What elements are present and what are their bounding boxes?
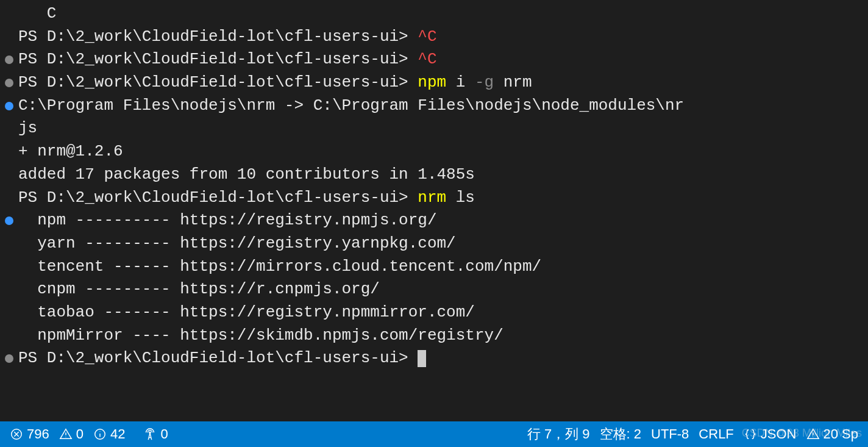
info-count: 42 [110, 424, 125, 444]
grey-marker-icon [5, 79, 13, 87]
terminal-line: npm ---------- https://registry.npmjs.or… [0, 209, 868, 232]
error-count: 796 [27, 424, 49, 444]
gutter [0, 347, 18, 370]
line-content: tencent ------ https://mirrors.cloud.ten… [18, 256, 868, 279]
status-right-warning[interactable]: 20 Sp [802, 421, 864, 447]
gutter [0, 163, 18, 187]
text-segment: PS D:\2_work\CloudField-lot\cfl-users-ui… [18, 188, 418, 207]
gutter [0, 187, 18, 210]
text-segment: ^C [418, 27, 436, 46]
line-content: taobao ------- https://registry.npmmirro… [18, 301, 868, 324]
warning-icon [59, 427, 73, 441]
line-content: cnpm --------- https://r.cnpmjs.org/ [18, 278, 868, 301]
status-port[interactable]: 0 [138, 421, 173, 447]
port-count: 0 [160, 424, 168, 444]
status-language[interactable]: JSON [739, 421, 802, 447]
text-segment: nrm [494, 73, 532, 91]
svg-point-8 [149, 432, 151, 433]
text-segment: ^C [418, 50, 436, 68]
gutter [0, 140, 18, 163]
terminal-line: cnpm --------- https://r.cnpmjs.org/ [0, 278, 868, 301]
svg-line-10 [150, 433, 152, 440]
text-segment: PS D:\2_work\CloudField-lot\cfl-users-ui… [18, 27, 418, 46]
terminal-line: tencent ------ https://mirrors.cloud.ten… [0, 256, 868, 279]
terminal-output[interactable]: CPS D:\2_work\CloudField-lot\cfl-users-u… [0, 0, 868, 421]
status-indent[interactable]: 空格: 2 [595, 421, 646, 447]
info-icon [93, 427, 107, 441]
terminal-line: added 17 packages from 10 contributors i… [0, 163, 868, 187]
text-segment: PS D:\2_work\CloudField-lot\cfl-users-ui… [18, 73, 418, 91]
status-infos[interactable]: 42 [88, 421, 130, 447]
gutter [0, 209, 18, 232]
text-segment: nrm [418, 188, 446, 207]
text-segment: + nrm@1.2.6 [18, 142, 123, 160]
json-icon [744, 427, 757, 441]
gutter [0, 71, 18, 95]
status-encoding[interactable]: UTF-8 [646, 421, 694, 447]
gutter [0, 2, 18, 26]
terminal-line: npmMirror ---- https://skimdb.npmjs.com/… [0, 324, 868, 348]
warning-count: 0 [76, 424, 84, 444]
line-content: PS D:\2_work\CloudField-lot\cfl-users-ui… [18, 347, 868, 370]
grey-marker-icon [5, 55, 13, 64]
status-cursor-position[interactable]: 行 7，列 9 [522, 421, 595, 447]
line-content: C:\Program Files\nodejs\nrm -> C:\Progra… [18, 95, 868, 118]
text-segment: taobao ------- https://registry.npmmirro… [18, 303, 475, 321]
error-icon [10, 427, 23, 441]
terminal-line: yarn --------- https://registry.yarnpkg.… [0, 232, 868, 256]
gutter [0, 26, 18, 49]
terminal-line: PS D:\2_work\CloudField-lot\cfl-users-ui… [0, 71, 868, 95]
blue-marker-icon [5, 216, 13, 225]
text-segment: i [446, 73, 475, 91]
gutter [0, 95, 18, 118]
line-content: PS D:\2_work\CloudField-lot\cfl-users-ui… [18, 71, 868, 95]
status-bar: 796 0 42 0 行 7，列 9 空格: 2 UTF-8 CRLF JSON… [0, 421, 868, 447]
line-content: yarn --------- https://registry.yarnpkg.… [18, 232, 868, 256]
status-eol[interactable]: CRLF [694, 421, 738, 447]
radio-tower-icon [143, 427, 157, 441]
terminal-line: PS D:\2_work\CloudField-lot\cfl-users-ui… [0, 48, 868, 71]
gutter [0, 301, 18, 324]
warning-icon [806, 427, 820, 441]
text-segment: js [18, 119, 37, 137]
line-content: added 17 packages from 10 contributors i… [18, 163, 868, 187]
text-segment: C:\Program Files\nodejs\nrm -> C:\Progra… [18, 96, 684, 115]
gutter [0, 324, 18, 348]
gutter [0, 232, 18, 256]
line-content: PS D:\2_work\CloudField-lot\cfl-users-ui… [18, 187, 868, 210]
line-content: npm ---------- https://registry.npmjs.or… [18, 209, 868, 232]
text-segment: ls [446, 188, 475, 207]
text-segment: tencent ------ https://mirrors.cloud.ten… [18, 257, 541, 276]
text-segment: C [18, 4, 56, 23]
text-segment: npm [418, 73, 446, 91]
terminal-line: PS D:\2_work\CloudField-lot\cfl-users-ui… [0, 187, 868, 210]
text-segment: added 17 packages from 10 contributors i… [18, 165, 475, 184]
line-content: npmMirror ---- https://skimdb.npmjs.com/… [18, 324, 868, 348]
line-content: + nrm@1.2.6 [18, 140, 868, 163]
line-content: PS D:\2_work\CloudField-lot\cfl-users-ui… [18, 26, 868, 49]
status-warnings[interactable]: 0 [54, 421, 88, 447]
terminal-line: js [0, 117, 868, 140]
blue-marker-icon [5, 102, 13, 110]
terminal-line: C:\Program Files\nodejs\nrm -> C:\Progra… [0, 95, 868, 118]
terminal-line: PS D:\2_work\CloudField-lot\cfl-users-ui… [0, 347, 868, 370]
terminal-line: taobao ------- https://registry.npmmirro… [0, 301, 868, 324]
terminal-line: PS D:\2_work\CloudField-lot\cfl-users-ui… [0, 26, 868, 49]
text-segment: cnpm --------- https://r.cnpmjs.org/ [18, 280, 380, 298]
terminal-line: + nrm@1.2.6 [0, 140, 868, 163]
status-errors[interactable]: 796 [5, 421, 54, 447]
text-segment: npm ---------- https://registry.npmjs.or… [18, 211, 437, 229]
svg-line-9 [149, 433, 151, 440]
terminal-cursor [418, 350, 426, 368]
terminal-line: C [0, 2, 868, 26]
gutter [0, 48, 18, 71]
gutter [0, 278, 18, 301]
text-segment: yarn --------- https://registry.yarnpkg.… [18, 234, 456, 252]
text-segment: -g [475, 73, 494, 91]
gutter [0, 117, 18, 140]
grey-marker-icon [5, 354, 13, 363]
gutter [0, 256, 18, 279]
text-segment: PS D:\2_work\CloudField-lot\cfl-users-ui… [18, 50, 418, 68]
text-segment: npmMirror ---- https://skimdb.npmjs.com/… [18, 326, 503, 345]
line-content: PS D:\2_work\CloudField-lot\cfl-users-ui… [18, 48, 868, 71]
